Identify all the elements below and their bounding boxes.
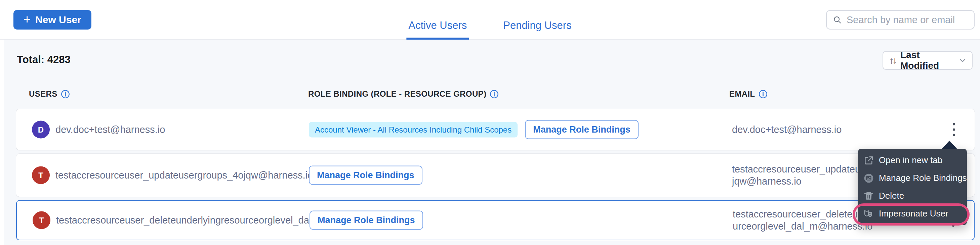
table-row[interactable]: T testaccresourceuser_updateusergroups_4… — [16, 154, 975, 197]
table-row[interactable]: D dev.doc+test@harness.io Account Viewer… — [16, 109, 975, 150]
sort-dropdown[interactable]: ↑↓ Last Modified — [883, 51, 973, 70]
user-name: dev.doc+test@harness.io — [56, 124, 165, 135]
sort-arrows-icon: ↑↓ — [889, 55, 896, 66]
user-management-page: + New User Active Users Pending Users To… — [0, 0, 980, 245]
manage-role-bindings-icon — [863, 173, 874, 183]
role-binding-badge: Account Viewer - All Resources Including… — [309, 122, 517, 137]
total-value: 4283 — [48, 54, 71, 65]
avatar: D — [32, 121, 50, 139]
tab-active-users[interactable]: Active Users — [406, 19, 469, 40]
search-box[interactable] — [826, 10, 975, 30]
tab-pending-users[interactable]: Pending Users — [501, 19, 573, 40]
table-row-selected[interactable]: T testaccresourceuser_deleteunderlyingre… — [16, 200, 975, 240]
info-icon[interactable] — [61, 90, 70, 99]
row-options-menu-button[interactable] — [951, 121, 957, 138]
manage-role-bindings-button[interactable]: Manage Role Bindings — [525, 120, 638, 139]
total-label: Total: — [17, 54, 45, 65]
column-header-users-label: USERS — [29, 89, 57, 99]
search-input[interactable] — [846, 14, 968, 25]
plus-icon: + — [24, 13, 30, 25]
row-context-menu: Open in new tab Manage Role Bindings Del… — [858, 149, 967, 225]
role-binding-cell: Manage Role Bindings — [310, 211, 423, 230]
chevron-down-icon — [958, 56, 967, 65]
menu-item-impersonate-user[interactable]: Impersonate User — [858, 205, 967, 223]
menu-item-manage-role-bindings[interactable]: Manage Role Bindings — [858, 169, 967, 187]
menu-item-open-in-new-tab[interactable]: Open in new tab — [858, 151, 967, 169]
column-header-email: EMAIL — [729, 89, 768, 99]
info-icon[interactable] — [759, 90, 768, 99]
new-user-button[interactable]: + New User — [13, 10, 91, 30]
trash-icon — [863, 191, 874, 201]
column-header-users: USERS — [29, 89, 70, 99]
impersonate-user-icon — [863, 209, 874, 219]
column-header-role-binding-label: ROLE BINDING (ROLE - RESOURCE GROUP) — [308, 89, 486, 99]
total-count: Total: 4283 — [17, 54, 71, 66]
manage-role-bindings-button[interactable]: Manage Role Bindings — [309, 166, 422, 185]
menu-item-label: Manage Role Bindings — [879, 173, 967, 183]
column-header-email-label: EMAIL — [729, 89, 755, 99]
user-name: testaccresourceuser_updateusergroups_4oj… — [56, 170, 313, 181]
tab-bar: Active Users Pending Users — [406, 19, 573, 40]
open-in-new-tab-icon — [863, 155, 874, 166]
menu-item-label: Delete — [879, 191, 904, 201]
menu-item-label: Open in new tab — [879, 155, 942, 166]
info-icon[interactable] — [490, 90, 499, 99]
avatar: T — [33, 212, 51, 229]
context-menu-caret — [941, 141, 958, 149]
manage-role-bindings-button[interactable]: Manage Role Bindings — [310, 211, 423, 230]
sort-selected-value: Last Modified — [900, 50, 953, 71]
menu-item-delete[interactable]: Delete — [858, 187, 967, 205]
avatar: T — [32, 166, 50, 184]
user-name: testaccresourceuser_deleteunderlyingreso… — [56, 215, 319, 226]
new-user-button-label: New User — [35, 14, 81, 25]
search-icon — [833, 15, 842, 25]
role-binding-cell: Manage Role Bindings — [309, 166, 422, 185]
menu-item-label: Impersonate User — [879, 209, 948, 219]
header-bar: + New User Active Users Pending Users — [0, 0, 980, 40]
role-binding-cell: Account Viewer - All Resources Including… — [309, 120, 638, 139]
email-cell: dev.doc+test@harness.io — [732, 123, 920, 136]
column-header-role-binding: ROLE BINDING (ROLE - RESOURCE GROUP) — [308, 89, 499, 99]
